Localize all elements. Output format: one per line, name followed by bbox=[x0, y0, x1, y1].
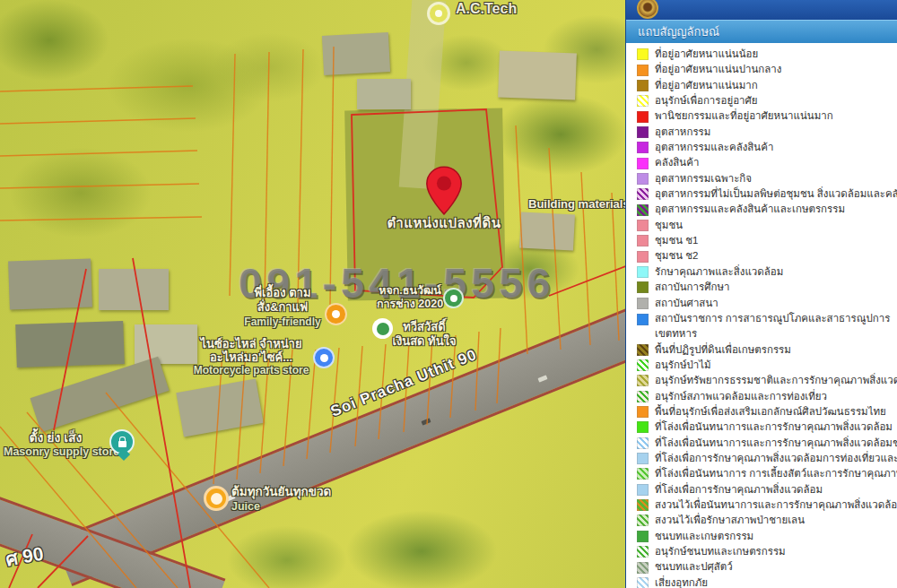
legend-item: สงวนไว้เพื่อรักษาสภาพป่าชายเลน bbox=[637, 513, 897, 528]
workshop-poi-dot bbox=[450, 295, 457, 302]
legend-item-label: ชนบทและเกษตรกรรม bbox=[655, 529, 753, 544]
cafe-label-line2: สั่ง&กาแฟ bbox=[233, 300, 332, 315]
legend-item-label: สถาบันศาสนา bbox=[655, 296, 718, 311]
legend-swatch bbox=[637, 142, 649, 153]
panel-titlebar bbox=[626, 0, 897, 20]
legend-item-label: ชุมชน ช2 bbox=[655, 248, 698, 264]
masonry-label-line2: Masonry supply store bbox=[4, 445, 108, 459]
legend-item: อนุรักษ์เพื่อการอยู่อาศัย bbox=[637, 93, 897, 108]
legend-swatch bbox=[637, 173, 649, 185]
legend-item: ชุมชน bbox=[637, 218, 897, 233]
legend-list[interactable]: ที่อยู่อาศัยหนาแน่นน้อยที่อยู่อาศัยหนาแน… bbox=[626, 43, 897, 588]
legend-item-label: พื้นที่ปฏิรูปที่ดินเพื่อเกษตรกรรม bbox=[655, 342, 791, 358]
legend-item: ที่โล่งเพื่อการรักษาคุณภาพสิ่งแวดล้อมการ… bbox=[637, 451, 897, 466]
legend-item-label: อุตสาหกรรม bbox=[655, 125, 710, 140]
legend-swatch bbox=[637, 235, 649, 246]
legend-item-label: อุตสาหกรรมที่ไม่เป็นมลพิษต่อชุมชน สิ่งแว… bbox=[655, 186, 897, 202]
legend-item-label: อนุรักษ์สภาพแวดล้อมและการท่องเที่ยว bbox=[655, 389, 827, 404]
legend-item: อนุรักษ์ป่าไม้ bbox=[637, 358, 897, 373]
moto-parts-poi-icon[interactable] bbox=[313, 347, 335, 368]
legend-item-label: อุตสาหกรรมและคลังสินค้า bbox=[655, 140, 773, 155]
legend-item-label: ที่อยู่อาศัยหนาแน่นน้อย bbox=[655, 47, 758, 62]
actech-poi-icon[interactable] bbox=[427, 2, 450, 25]
legend-item-label: อนุรักษ์ป่าไม้ bbox=[655, 358, 711, 373]
legend-item-label: ที่โล่งเพื่อการรักษาคุณภาพสิ่งแวดล้อมการ… bbox=[655, 451, 897, 466]
masonry-poi-pin[interactable] bbox=[109, 429, 135, 454]
legend-swatch bbox=[637, 344, 649, 356]
legend-item: เสี่ยงอุทกภัย bbox=[637, 575, 897, 588]
moto-parts-label-line1: ไนซ์อะไหล่ จำหน่าย bbox=[184, 337, 318, 350]
parcel-position-label: ตำแหน่งแปลงที่ดิน bbox=[363, 212, 525, 234]
legend-swatch bbox=[637, 391, 649, 402]
legend-swatch bbox=[637, 421, 649, 433]
moto-parts-poi-dot bbox=[320, 354, 328, 362]
moto-parts-label-line3: Motorcycle parts store bbox=[184, 364, 318, 377]
legend-item: ที่โล่งเพื่อนันทนาการและการรักษาคุณภาพสิ… bbox=[637, 436, 897, 451]
legend-item-label: ที่โล่งเพื่อการรักษาคุณภาพสิ่งแวดล้อม bbox=[655, 482, 823, 497]
juice-poi-icon[interactable] bbox=[204, 486, 229, 511]
legend-swatch bbox=[637, 204, 649, 216]
legend-swatch bbox=[637, 577, 649, 588]
lock-icon bbox=[118, 441, 126, 447]
legend-item-label: อุตสาหกรรมเฉพาะกิจ bbox=[655, 171, 752, 186]
legend-item: อนุรักษ์ทรัพยากรธรรมชาติและการรักษาคุณภา… bbox=[637, 373, 897, 388]
legend-item: ชนบทและปศุสัตว์ bbox=[637, 559, 897, 575]
legend-item: สถาบันการศึกษา bbox=[637, 280, 897, 295]
legend-item-label: อนุรักษ์เพื่อการอยู่อาศัย bbox=[655, 93, 758, 108]
legend-swatch bbox=[637, 48, 649, 60]
legend-swatch bbox=[637, 95, 649, 107]
legend-item: ที่อยู่อาศัยหนาแน่นปานกลาง bbox=[637, 62, 897, 77]
legend-item-label: ที่โล่งเพื่อนันทนาการและการรักษาคุณภาพสิ… bbox=[655, 419, 893, 435]
masonry-label-line1: ตั้ง ย่ง เส็ง bbox=[4, 430, 108, 445]
legend-title: แถบสัญญลักษณ์ bbox=[638, 25, 719, 39]
cash-shop-label[interactable]: ทวีสวัสดิ์ เงินสด ทันใจ bbox=[384, 320, 465, 349]
cash-shop-label-line1: ทวีสวัสดิ์ bbox=[384, 320, 465, 334]
legend-swatch bbox=[637, 546, 649, 558]
workshop-poi-icon[interactable] bbox=[443, 288, 464, 308]
moto-parts-label[interactable]: ไนซ์อะไหล่ จำหน่าย อะไหล่มอ'ไซค์... Moto… bbox=[184, 337, 318, 377]
legend-item: ที่โล่งเพื่อนันทนาการ การเลี้ยงสัตว์และก… bbox=[637, 466, 897, 481]
legend-item: อุตสาหกรรมและคลังสินค้าและเกษตรกรรม bbox=[637, 202, 897, 217]
building-materials-label[interactable]: Building materials bbox=[528, 197, 628, 211]
legend-item-label: ชุมชน ช1 bbox=[655, 233, 698, 248]
legend-swatch bbox=[637, 359, 649, 371]
legend-item-label: ชนบทและปศุสัตว์ bbox=[655, 559, 733, 575]
legend-item-label: อนุรักษ์ชนบทและเกษตรกรรม bbox=[655, 544, 786, 559]
legend-item-label: สงวนไว้เพื่อนันทนาการและการรักษาคุณภาพสิ… bbox=[655, 497, 897, 513]
legend-item: อุตสาหกรรมเฉพาะกิจ bbox=[637, 171, 897, 186]
actech-label[interactable]: A.C.Tech bbox=[456, 1, 517, 17]
legend-swatch bbox=[637, 531, 649, 542]
legend-item: อนุรักษ์สภาพแวดล้อมและการท่องเที่ยว bbox=[637, 389, 897, 404]
legend-swatch bbox=[637, 484, 649, 496]
legend-item: อุตสาหกรรมที่ไม่เป็นมลพิษต่อชุมชน สิ่งแว… bbox=[637, 186, 897, 202]
cafe-label-line1: พี่เอื้อง ตาม bbox=[233, 286, 332, 300]
legend-item: อุตสาหกรรม bbox=[637, 125, 897, 140]
legend-item: รักษาคุณภาพและสิ่งแวดล้อม bbox=[637, 264, 897, 280]
legend-item: ที่โล่งเพื่อนันทนาการและการรักษาคุณภาพสิ… bbox=[637, 419, 897, 435]
map-canvas[interactable]: 091-541-5556 A.C.Tech ตำแหน่งแปลงที่ดิน … bbox=[0, 0, 628, 588]
legend-swatch bbox=[637, 220, 649, 231]
juice-label[interactable]: ต้มทุกวันยันทุกขวด Juice bbox=[231, 485, 361, 514]
legend-item: ชนบทและเกษตรกรรม bbox=[637, 529, 897, 544]
legend-swatch bbox=[637, 126, 649, 138]
cafe-label[interactable]: พี่เอื้อง ตาม สั่ง&กาแฟ Family-friendly bbox=[233, 286, 332, 329]
masonry-label[interactable]: ตั้ง ย่ง เส็ง Masonry supply store bbox=[4, 430, 108, 459]
moto-parts-label-line2: อะไหล่มอ'ไซค์... bbox=[184, 350, 318, 364]
legend-item-label: พื้นที่อนุรักษ์เพื่อส่งเสริมเอกลักษณ์ศิล… bbox=[655, 404, 886, 419]
legend-swatch bbox=[637, 453, 649, 464]
legend-swatch bbox=[637, 314, 649, 325]
legend-item-label: เสี่ยงอุทกภัย bbox=[655, 575, 708, 588]
location-pin-icon[interactable] bbox=[423, 165, 465, 217]
legend-item-label: สถาบันราชการ การสาธารณูปโภคและสาธารณูปกา… bbox=[655, 311, 890, 342]
legend-panel: แถบสัญญลักษณ์ ที่อยู่อาศัยหนาแน่นน้อยที่… bbox=[625, 0, 897, 588]
legend-item-label: พานิชยกรรมและที่อยู่อาศัยหนาแน่นมาก bbox=[655, 108, 833, 124]
legend-item: ที่อยู่อาศัยหนาแน่นมาก bbox=[637, 78, 897, 93]
legend-swatch bbox=[637, 499, 649, 511]
legend-item-label: ที่อยู่อาศัยหนาแน่นมาก bbox=[655, 78, 758, 93]
legend-item: สถาบันราชการ การสาธารณูปโภคและสาธารณูปกา… bbox=[637, 311, 897, 342]
legend-item: พื้นที่อนุรักษ์เพื่อส่งเสริมเอกลักษณ์ศิล… bbox=[637, 404, 897, 419]
legend-header-bar: แถบสัญญลักษณ์ bbox=[626, 20, 897, 43]
legend-swatch bbox=[637, 158, 649, 169]
legend-item: สงวนไว้เพื่อนันทนาการและการรักษาคุณภาพสิ… bbox=[637, 497, 897, 513]
cafe-poi-icon[interactable] bbox=[325, 303, 347, 325]
